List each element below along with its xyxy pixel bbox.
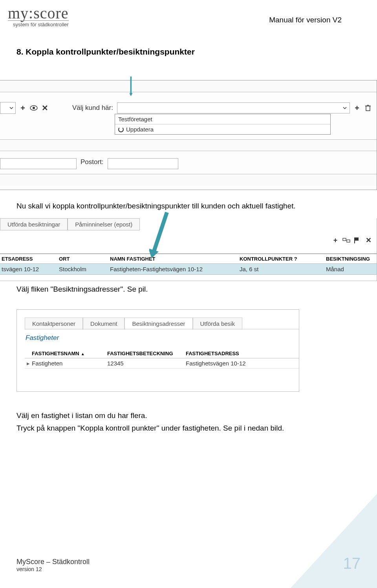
tab-utforda-besiktningar[interactable]: Utförda besiktningar	[0, 218, 68, 230]
svg-point-1	[33, 107, 35, 109]
th-fastighetsbeteckning[interactable]: FASTIGHETSBETECKNING	[107, 351, 186, 356]
plus-icon[interactable]: +	[331, 236, 340, 245]
dropdown-small[interactable]	[0, 102, 16, 114]
blank-row	[0, 174, 377, 186]
plus-icon[interactable]: +	[18, 103, 27, 113]
cell-besiktningsing: Månad	[326, 266, 377, 272]
logo: my:score system för städkontroller	[8, 4, 69, 27]
th-kontrollpunkter: KONTROLLPUNKTER ?	[240, 256, 326, 262]
svg-rect-7	[343, 238, 346, 241]
cell-ort: Stockholm	[59, 266, 110, 272]
cell-fastighetsbeteckning: 12345	[107, 360, 186, 367]
paragraph-4: Tryck på knappen "Koppla kontroll punkte…	[16, 424, 377, 433]
table-header: FASTIGHETSNAMN▲ FASTIGHETSBETECKNING FAS…	[25, 349, 299, 358]
svg-line-11	[153, 212, 167, 254]
plus-icon[interactable]: +	[352, 103, 362, 113]
footer-title: MyScore – Städkontroll	[16, 558, 90, 566]
cell-fastighetsnamn: Fastigheten	[32, 360, 107, 367]
dropdown-item-testforetaget[interactable]: Testföretaget	[115, 114, 330, 124]
kund-dropdown-input[interactable]	[117, 102, 350, 113]
th-fastighetsnamn[interactable]: FASTIGHETSNAMN▲	[25, 351, 107, 356]
svg-rect-9	[355, 237, 359, 241]
logo-main: my:score	[8, 4, 69, 22]
page-header: my:score system för städkontroller Manua…	[0, 0, 377, 27]
fastigheter-heading: Fastigheter	[26, 334, 59, 342]
input-left[interactable]	[0, 158, 77, 169]
dropdown-refresh[interactable]: Uppdatera	[115, 124, 330, 134]
page-number: 17	[343, 555, 361, 572]
postort-input[interactable]	[108, 158, 178, 169]
tab-paminnelser[interactable]: Påminninelser (epost)	[68, 218, 140, 230]
cell-namn-fastighet: Fastigheten-Fastighetsvägen 10-12	[110, 266, 240, 272]
blank-row	[0, 139, 377, 151]
table-header: ETSADRESS ORT NAMN FASTIGHET KONTROLLPUN…	[0, 254, 377, 264]
tab-border	[25, 329, 299, 329]
eye-icon[interactable]	[29, 103, 38, 113]
tab-utforda-besik[interactable]: Utförda besik	[193, 318, 242, 330]
table-row[interactable]: ▸ Fastigheten 12345 Fastighetsvägen 10-1…	[25, 358, 299, 369]
cell-kontrollpunkter: Ja, 6 st	[240, 266, 326, 272]
section-heading: 8. Koppla kontrollpunkter/besiktningspun…	[16, 47, 377, 57]
logo-subtitle: system för städkontroller	[8, 20, 69, 27]
screenshot-fastighet-list: Utförda besiktningar Påminninelser (epos…	[0, 218, 377, 281]
close-icon[interactable]: ✕	[364, 236, 373, 245]
chevron-down-icon	[342, 106, 347, 110]
sort-asc-icon: ▲	[81, 352, 85, 356]
chevron-down-icon	[9, 106, 14, 110]
paragraph-1: Nu skall vi koppla kontrollpunkter/besik…	[16, 202, 377, 210]
paragraph-3: Välj en fastighet i listan om du har fle…	[16, 411, 377, 420]
tab-dokument[interactable]: Dokument	[83, 318, 124, 330]
th-fastighetsadress[interactable]: FASTIGHETSADRESS	[186, 351, 299, 356]
kund-dropdown-list: Testföretaget Uppdatera	[115, 114, 331, 135]
refresh-label: Uppdatera	[126, 126, 154, 133]
toolbar-row: + ✕ Välj kund här: +	[0, 102, 373, 114]
refresh-icon	[118, 127, 124, 132]
postort-row: Postort:	[0, 158, 373, 169]
tab-kontaktpersoner[interactable]: Kontaktpersoner	[25, 318, 83, 330]
th-ort: ORT	[59, 256, 110, 262]
screenshot-valj-kund: + ✕ Välj kund här: + Testföretaget Uppda…	[0, 80, 377, 190]
blank-row	[0, 80, 377, 92]
decorative-triangle	[291, 494, 377, 588]
row-selector-icon: ▸	[25, 360, 32, 367]
svg-rect-8	[347, 240, 350, 242]
postort-label: Postort:	[81, 158, 104, 166]
th-besiktningsing: BESIKTNINGSING	[326, 256, 377, 262]
link-icon[interactable]	[342, 236, 351, 245]
cell-fastighetsadress: Fastighetsvägen 10-12	[186, 360, 299, 367]
valj-kund-label: Välj kund här:	[72, 104, 113, 112]
close-icon[interactable]: ✕	[40, 103, 49, 113]
screenshot-besiktningsadresser: Kontaktpersoner Dokument Besiktningsadre…	[16, 309, 299, 392]
svg-marker-6	[130, 93, 133, 96]
flag-icon[interactable]	[353, 236, 362, 245]
footer-version: version 12	[16, 566, 90, 572]
tab-besiktningsadresser[interactable]: Besiktningsadresser	[124, 318, 192, 330]
page-footer: MyScore – Städkontroll version 12 17	[16, 555, 361, 572]
trash-icon[interactable]	[363, 103, 373, 113]
th-etsadress: ETSADRESS	[0, 256, 59, 262]
paragraph-2: Välj fliken "Besiktningsadresser". Se pi…	[16, 285, 377, 294]
svg-rect-2	[366, 106, 370, 111]
th-namn-fastighet: NAMN FASTIGHET	[110, 256, 240, 262]
table-row[interactable]: tsvägen 10-12 Stockholm Fastigheten-Fast…	[0, 264, 377, 275]
cell-etsadress: tsvägen 10-12	[0, 266, 59, 272]
manual-version-label: Manual för version V2	[269, 16, 342, 24]
